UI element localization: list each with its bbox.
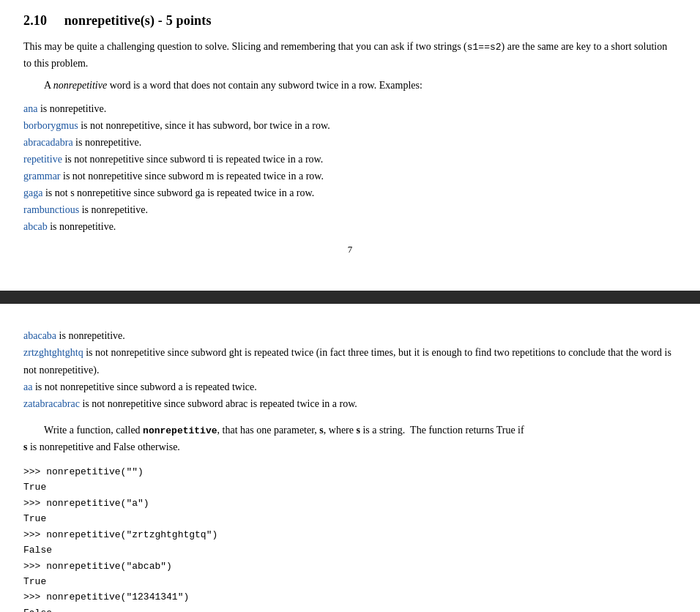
example-word-zrtzghtghtghtq[interactable]: zrtzghtghtghtq <box>23 347 83 358</box>
page-number: 7 <box>23 244 677 255</box>
list-item: True <box>23 511 677 526</box>
list-item: gaga is not s nonrepetitive since subwor… <box>23 184 677 201</box>
examples-top-list: ana is nonrepetitive. borborygmus is not… <box>23 100 677 236</box>
task-func-name: nonrepetitive <box>143 425 217 436</box>
list-item: >>> nonrepetitive("12341341") <box>23 589 677 605</box>
code-result-2: True <box>23 513 46 524</box>
section-header: 2.10 nonrepetitive(s) - 5 points <box>23 13 677 29</box>
example-word-grammar[interactable]: grammar <box>23 171 61 182</box>
code-prompt-2: >>> nonrepetitive("a") <box>23 498 149 509</box>
list-item: abracadabra is nonrepetitive. <box>23 134 677 151</box>
example-word-gaga[interactable]: gaga <box>23 187 42 198</box>
code-result-1: True <box>23 482 46 493</box>
list-item: zrtzghtghtghtq is not nonrepetitive sinc… <box>23 344 677 378</box>
example-word-rambunctious[interactable]: rambunctious <box>23 204 79 215</box>
list-item: >>> nonrepetitive("abcab") <box>23 559 677 574</box>
code-prompt-5: >>> nonrepetitive("12341341") <box>23 592 189 602</box>
task-description: Write a function, called nonrepetitive, … <box>23 422 677 455</box>
example-word-ana[interactable]: ana <box>23 103 37 114</box>
intro-paragraph: This may be quite a challenging question… <box>23 39 677 72</box>
page-top: 2.10 nonrepetitive(s) - 5 points This ma… <box>0 0 700 276</box>
example-word-abacaba[interactable]: abacaba <box>23 330 56 341</box>
section-title: nonrepetitive(s) - 5 points <box>64 13 212 28</box>
list-item: repetitive is not nonrepetitive since su… <box>23 151 677 168</box>
list-item: grammar is not nonrepetitive since subwo… <box>23 168 677 184</box>
code-prompt-4: >>> nonrepetitive("abcab") <box>23 561 172 572</box>
list-item: ana is nonrepetitive. <box>23 100 677 117</box>
list-item: >>> nonrepetitive("") <box>23 464 677 479</box>
example-word-borborygmus[interactable]: borborygmus <box>23 120 78 131</box>
list-item: rambunctious is nonrepetitive. <box>23 201 677 218</box>
list-item: aa is not nonrepetitive since subword a … <box>23 378 677 395</box>
example-word-repetitive[interactable]: repetitive <box>23 154 62 165</box>
task-param-s3: s <box>23 441 27 452</box>
list-item: abacaba is nonrepetitive. <box>23 327 677 344</box>
list-item: abcab is nonrepetitive. <box>23 218 677 235</box>
list-item: True <box>23 479 677 495</box>
list-item: True <box>23 574 677 589</box>
code-prompt-3: >>> nonrepetitive("zrtzghtghtgtq") <box>23 529 217 540</box>
page-divider <box>0 291 700 304</box>
page-bottom: abacaba is nonrepetitive. zrtzghtghtghtq… <box>0 304 700 612</box>
list-item: False <box>23 542 677 558</box>
code-result-5: False <box>23 608 52 612</box>
list-item: borborygmus is not nonrepetitive, since … <box>23 117 677 134</box>
list-item: zatabracabrac is not nonrepetitive since… <box>23 395 677 412</box>
list-item: >>> nonrepetitive("zrtzghtghtgtq") <box>23 527 677 542</box>
code-prompt-1: >>> nonrepetitive("") <box>23 466 144 477</box>
definition-term: nonrepetitive <box>53 80 107 91</box>
code-block: >>> nonrepetitive("") True >>> nonrepeti… <box>23 464 677 612</box>
definition-paragraph: A nonrepetitive word is a word that does… <box>23 78 677 94</box>
examples-bottom-list: abacaba is nonrepetitive. zrtzghtghtghtq… <box>23 327 677 411</box>
example-word-aa[interactable]: aa <box>23 381 32 392</box>
code-inline-s1s2: s1==s2 <box>467 42 502 53</box>
example-word-abcab[interactable]: abcab <box>23 221 48 232</box>
section-number: 2.10 <box>23 13 47 28</box>
example-word-zatabracabrac[interactable]: zatabracabrac <box>23 398 80 409</box>
list-item: False <box>23 605 677 612</box>
code-result-4: True <box>23 576 46 587</box>
list-item: >>> nonrepetitive("a") <box>23 496 677 511</box>
code-result-3: False <box>23 545 52 556</box>
example-word-abracadabra[interactable]: abracadabra <box>23 137 73 148</box>
task-param-s2: s <box>356 425 360 436</box>
task-param-s: s <box>319 425 323 436</box>
